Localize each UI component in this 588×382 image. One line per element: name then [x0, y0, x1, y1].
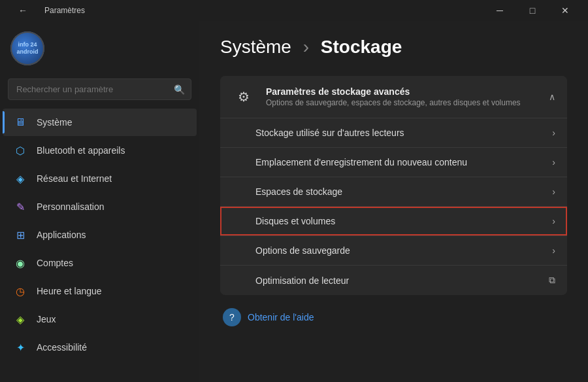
sidebar-item-system[interactable]: 🖥 Système [3, 109, 197, 136]
breadcrumb-current: Stockage [321, 37, 402, 57]
sidebar-item-label-system: Système [37, 117, 72, 128]
titlebar-left: ← Paramètres [8, 0, 85, 21]
external-link-icon: ⧉ [549, 275, 555, 286]
chevron-up-icon: ∧ [549, 92, 555, 102]
sidebar-item-label-apps: Applications [37, 230, 86, 240]
search-input[interactable] [8, 78, 191, 100]
sidebar-item-gaming[interactable]: ◈ Jeux [3, 305, 197, 333]
other-drives-label: Stockage utilisé sur d'autres lecteurs [255, 128, 552, 138]
setting-row-save-location[interactable]: Emplacement d'enregistrement du nouveau … [220, 148, 567, 177]
backup-label: Options de sauvegarde [255, 245, 552, 256]
nav-list: 🖥 Système ⬡ Bluetooth et appareils ◈ Rés… [0, 105, 199, 382]
section-header-title: Paramètres de stockage avancés [266, 86, 538, 97]
sidebar-item-label-network: Réseau et Internet [37, 173, 112, 184]
setting-row-storage-spaces[interactable]: Espaces de stockage › [220, 177, 567, 206]
advanced-storage-section[interactable]: ⚙ Paramètres de stockage avancés Options… [220, 76, 567, 118]
sidebar-item-label-gaming: Jeux [37, 314, 56, 324]
save-location-label: Emplacement d'enregistrement du nouveau … [255, 157, 552, 167]
minimize-button[interactable]: ─ [485, 0, 515, 21]
chevron-right-icon-2: › [552, 157, 555, 167]
breadcrumb-separator: › [298, 37, 314, 57]
avatar-image: info 24 android [10, 31, 44, 65]
search-box: 🔍 [8, 78, 191, 100]
sidebar-header: info 24 android [0, 21, 199, 73]
help-icon: ? [223, 308, 241, 326]
maximize-button[interactable]: □ [517, 0, 547, 21]
gaming-icon: ◈ [13, 312, 27, 326]
help-section: ? Obtenir de l'aide [220, 308, 567, 326]
settings-card: ⚙ Paramètres de stockage avancés Options… [220, 76, 567, 295]
sidebar-item-personalization[interactable]: ✎ Personnalisation [3, 193, 197, 220]
bluetooth-icon: ⬡ [13, 143, 27, 158]
titlebar: ← Paramètres ─ □ ✕ [0, 0, 588, 21]
search-icon: 🔍 [174, 84, 185, 95]
sidebar-item-accessibility[interactable]: ✦ Accessibilité [3, 334, 197, 361]
setting-row-other-drives[interactable]: Stockage utilisé sur d'autres lecteurs › [220, 118, 567, 147]
titlebar-title: Paramètres [44, 6, 85, 15]
section-header-text: Paramètres de stockage avancés Options d… [266, 86, 538, 107]
breadcrumb-parent: Système [220, 37, 291, 57]
chevron-right-icon: › [552, 128, 555, 138]
sidebar-item-label-accessibility: Accessibilité [37, 342, 87, 353]
sidebar-item-label-bluetooth: Bluetooth et appareils [37, 145, 125, 156]
main-container: info 24 android 🔍 🖥 Système ⬡ Bluetooth … [0, 21, 588, 382]
help-link[interactable]: Obtenir de l'aide [248, 312, 314, 322]
sidebar-item-apps[interactable]: ⊞ Applications [3, 221, 197, 249]
sidebar-item-label-personalization: Personnalisation [37, 201, 105, 212]
storage-spaces-label: Espaces de stockage [255, 186, 552, 197]
chevron-right-icon-5: › [552, 245, 555, 256]
chevron-right-icon-3: › [552, 186, 555, 197]
section-header-subtitle: Options de sauvegarde, espaces de stocka… [266, 98, 538, 107]
avatar: info 24 android [10, 31, 44, 65]
time-icon: ◷ [13, 284, 27, 298]
close-button[interactable]: ✕ [550, 0, 580, 21]
content-area: Système › Stockage ⚙ Paramètres de stock… [199, 21, 588, 382]
accessibility-icon: ✦ [13, 340, 27, 355]
setting-row-disks-volumes[interactable]: Disques et volumes › [220, 207, 567, 235]
page-header: Système › Stockage [220, 37, 567, 58]
titlebar-controls: ─ □ ✕ [485, 0, 580, 21]
setting-row-backup[interactable]: Options de sauvegarde › [220, 236, 567, 265]
breadcrumb: Système › Stockage [220, 37, 567, 58]
back-button[interactable]: ← [8, 0, 38, 21]
network-icon: ◈ [13, 171, 27, 186]
accounts-icon: ◉ [13, 256, 27, 270]
sidebar-item-label-time: Heure et langue [37, 286, 102, 296]
system-icon: 🖥 [13, 115, 27, 130]
optimize-label: Optimisation de lecteur [255, 275, 549, 286]
sidebar: info 24 android 🔍 🖥 Système ⬡ Bluetooth … [0, 21, 199, 382]
sidebar-item-bluetooth[interactable]: ⬡ Bluetooth et appareils [3, 137, 197, 164]
personalization-icon: ✎ [13, 200, 27, 214]
sidebar-item-network[interactable]: ◈ Réseau et Internet [3, 165, 197, 192]
apps-icon: ⊞ [13, 228, 27, 242]
disks-volumes-label: Disques et volumes [255, 216, 552, 226]
sidebar-item-label-accounts: Comptes [37, 258, 73, 268]
sidebar-item-accounts[interactable]: ◉ Comptes [3, 249, 197, 277]
sidebar-item-time[interactable]: ◷ Heure et langue [3, 277, 197, 305]
gear-icon: ⚙ [232, 85, 255, 109]
setting-row-optimize[interactable]: Optimisation de lecteur ⧉ [220, 266, 567, 295]
chevron-right-icon-4: › [552, 216, 555, 226]
